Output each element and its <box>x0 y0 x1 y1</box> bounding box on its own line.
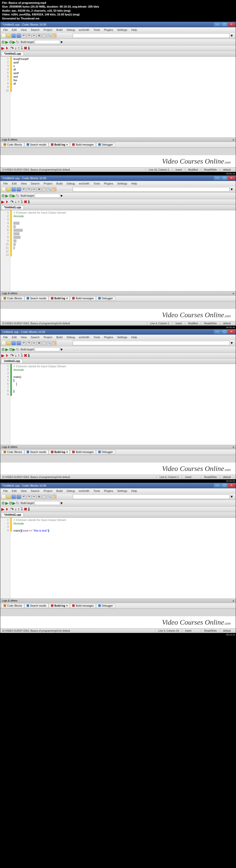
menu-file[interactable]: File <box>2 28 9 32</box>
step-over-icon[interactable]: ↷ <box>10 507 14 512</box>
build-target-input[interactable] <box>35 194 60 198</box>
menu-edit[interactable]: Edit <box>10 489 18 493</box>
debug-run-icon[interactable]: ▶ <box>1 507 4 512</box>
build-icon[interactable]: ⚙ <box>1 347 5 352</box>
run-icon[interactable]: ▶ <box>5 501 8 505</box>
debug-continue-icon[interactable]: ⏵ <box>5 353 9 358</box>
menu-debug[interactable]: Debug <box>65 489 76 493</box>
step-instruction-icon[interactable]: ⤵ <box>21 46 23 50</box>
logs-header[interactable]: Logs & others × <box>0 445 236 450</box>
stop-debug-icon[interactable]: ✖ <box>24 199 27 204</box>
search-input[interactable] <box>73 341 230 345</box>
undo-icon[interactable]: ↶ <box>22 341 26 345</box>
save-icon[interactable] <box>11 187 16 192</box>
close-icon[interactable]: × <box>66 143 68 146</box>
log-tab-code-blocks[interactable]: Code::Blocks <box>1 450 24 454</box>
find-icon[interactable]: 🔍 <box>47 494 51 499</box>
paste-icon[interactable]: 📋 <box>42 494 46 499</box>
build-target-input[interactable] <box>35 501 60 505</box>
menu-wxsmith[interactable]: wxSmith <box>77 28 91 32</box>
menu-tools[interactable]: Tools <box>92 182 102 186</box>
close-button[interactable]: ✕ <box>228 484 235 488</box>
replace-icon[interactable]: 🔁 <box>52 187 56 192</box>
log-tab-debugger[interactable]: Debugger <box>96 143 115 147</box>
minimize-button[interactable]: — <box>214 23 220 27</box>
run-icon[interactable]: ▶ <box>5 193 8 198</box>
open-file-icon[interactable] <box>6 187 11 192</box>
build-target-dropdown-icon[interactable]: ▾ <box>60 501 62 505</box>
logs-close-icon[interactable]: × <box>233 138 234 142</box>
log-tab-debugger[interactable]: Debugger <box>96 603 115 608</box>
step-over-icon[interactable]: ↷ <box>10 353 14 358</box>
cut-icon[interactable]: ✂ <box>32 341 36 345</box>
log-tab-search-results[interactable]: Search results <box>24 296 49 301</box>
build-target-dropdown-icon[interactable]: ▾ <box>60 193 62 198</box>
menu-settings[interactable]: Settings <box>116 182 129 186</box>
log-tab-code-blocks[interactable]: Code::Blocks <box>1 296 24 301</box>
copy-icon[interactable]: ⧉ <box>37 187 41 192</box>
code-text[interactable]: // IOstream stands for Input-Output Stre… <box>12 518 68 598</box>
code-text[interactable]: // IOstream stands for Input-Output Stre… <box>12 364 68 445</box>
minimize-button[interactable]: — <box>214 330 220 334</box>
step-over-icon[interactable]: ↷ <box>10 199 14 204</box>
build-run-icon[interactable]: ⚙▶ <box>9 347 16 352</box>
search-input[interactable] <box>73 187 230 192</box>
step-into-icon[interactable]: ↓ <box>15 507 17 512</box>
code-editor[interactable]: 123456789 // IOstream stands for Input-O… <box>0 364 236 445</box>
log-tab-build-log[interactable]: Build log × <box>49 296 70 301</box>
menu-wxsmith[interactable]: wxSmith <box>77 182 91 186</box>
save-icon[interactable] <box>11 33 16 38</box>
log-tab-code-blocks[interactable]: Code::Blocks <box>1 143 24 147</box>
menu-settings[interactable]: Settings <box>116 335 129 339</box>
debug-run-icon[interactable]: ▶ <box>1 199 4 204</box>
menu-file[interactable]: File <box>2 182 9 186</box>
logs-close-icon[interactable]: × <box>233 446 234 449</box>
stop-debug-icon[interactable]: ✖ <box>24 353 27 358</box>
log-tab-build-messages[interactable]: Build messages <box>70 296 96 301</box>
save-all-icon[interactable] <box>17 494 21 499</box>
open-file-icon[interactable] <box>6 341 11 345</box>
log-tab-search-results[interactable]: Search results <box>24 603 49 608</box>
menu-edit[interactable]: Edit <box>10 335 18 339</box>
menu-project[interactable]: Project <box>42 335 54 339</box>
debug-continue-icon[interactable]: ⏵ <box>5 199 9 204</box>
menu-help[interactable]: Help <box>130 489 138 493</box>
step-out-icon[interactable]: ↑ <box>18 199 20 204</box>
find-icon[interactable]: 🔍 <box>47 341 51 345</box>
open-file-icon[interactable] <box>6 33 11 38</box>
search-dropdown-icon[interactable]: ▾ <box>231 340 233 345</box>
menu-project[interactable]: Project <box>42 489 54 493</box>
logs-close-icon[interactable]: × <box>233 599 234 602</box>
close-button[interactable]: ✕ <box>228 176 235 180</box>
menu-tools[interactable]: Tools <box>92 489 102 493</box>
menu-plugins[interactable]: Plugins <box>103 28 115 32</box>
menu-plugins[interactable]: Plugins <box>103 182 115 186</box>
menu-file[interactable]: File <box>2 335 9 339</box>
log-tab-build-log[interactable]: Build log × <box>49 603 70 608</box>
close-icon[interactable]: × <box>66 451 68 454</box>
debug-run-icon[interactable]: ▶ <box>1 46 4 51</box>
log-tab-debugger[interactable]: Debugger <box>96 296 115 301</box>
logs-close-icon[interactable]: × <box>233 292 234 295</box>
menu-help[interactable]: Help <box>130 182 138 186</box>
replace-icon[interactable]: 🔁 <box>52 341 56 345</box>
stop-debug-icon[interactable]: ✖ <box>24 46 27 51</box>
copy-icon[interactable]: ⧉ <box>37 33 41 38</box>
menu-search[interactable]: Search <box>29 182 41 186</box>
menu-edit[interactable]: Edit <box>10 182 18 186</box>
code-editor[interactable]: 1234 // IOstream stands for Input-Output… <box>0 518 236 598</box>
debug-continue-icon[interactable]: ⏵ <box>5 507 9 512</box>
maximize-button[interactable]: ▢ <box>221 484 228 488</box>
build-run-icon[interactable]: ⚙▶ <box>9 193 16 198</box>
code-editor[interactable]: 12345678910 lksajlf;kasjdfasdfsdfasdfasd… <box>0 57 236 137</box>
search-dropdown-icon[interactable]: ▾ <box>231 187 233 192</box>
rebuild-icon[interactable]: ↻ <box>16 40 19 44</box>
log-tab-build-log[interactable]: Build log × <box>49 143 70 147</box>
cut-icon[interactable]: ✂ <box>32 494 36 499</box>
save-all-icon[interactable] <box>17 33 21 38</box>
rebuild-icon[interactable]: ↻ <box>16 501 19 505</box>
menu-view[interactable]: View <box>19 335 28 339</box>
maximize-button[interactable]: ▢ <box>221 330 228 334</box>
new-file-icon[interactable] <box>1 187 6 192</box>
code-editor[interactable]: 12345678910111213 // IOstream stands for… <box>0 210 236 291</box>
